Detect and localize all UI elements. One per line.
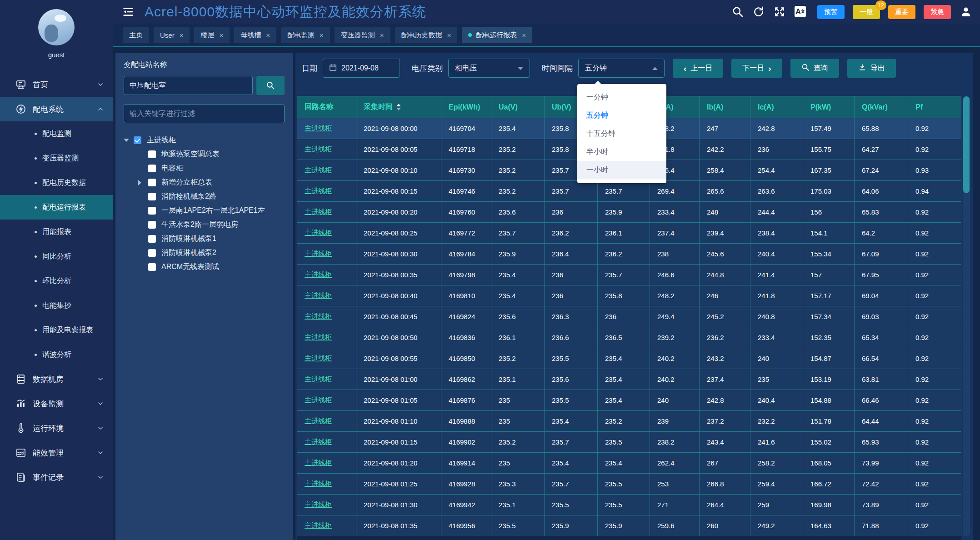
circuit-name-link[interactable]: 主进线柜 [297, 181, 356, 201]
station-search-button[interactable] [256, 76, 285, 95]
tree-checkbox[interactable] [148, 165, 156, 172]
tab-母线槽[interactable]: 母线槽× [234, 27, 276, 43]
sidebar-item[interactable]: 数据机房 [0, 367, 113, 391]
translate-icon[interactable]: A文 [795, 6, 806, 18]
table-scrollbar-thumb[interactable] [963, 96, 970, 193]
fullscreen-icon[interactable] [774, 6, 785, 18]
circuit-name-link[interactable]: 主进线柜 [297, 118, 356, 139]
close-icon[interactable]: × [180, 32, 184, 39]
tree-node[interactable]: 消防喷淋机械泵1 [124, 232, 285, 246]
sidebar-item[interactable]: 首页 [0, 72, 113, 97]
query-button[interactable]: 查询 [790, 59, 839, 78]
tree-node[interactable]: 消防喷淋机械泵2 [124, 246, 285, 260]
circuit-name-link[interactable]: 主进线柜 [297, 202, 356, 222]
tree-checkbox[interactable] [134, 136, 141, 144]
tree-node[interactable]: 电容柜 [124, 161, 285, 175]
date-input[interactable]: 2021-09-08 [323, 59, 400, 78]
collapse-menu-icon[interactable] [122, 5, 135, 18]
dropdown-option[interactable]: 一分钟 [577, 88, 666, 106]
column-header[interactable]: Pf [908, 96, 961, 118]
tree-expander[interactable] [124, 139, 134, 142]
circuit-name-link[interactable]: 主进线柜 [297, 474, 356, 494]
tree-filter-input[interactable] [124, 104, 285, 123]
tree-checkbox[interactable] [148, 179, 156, 186]
circuit-name-link[interactable]: 主进线柜 [297, 348, 356, 369]
circuit-name-link[interactable]: 主进线柜 [297, 390, 356, 410]
circuit-name-link[interactable]: 主进线柜 [297, 369, 356, 390]
avatar[interactable] [38, 9, 75, 45]
tree-node[interactable]: ARCM无线表测试 [124, 260, 285, 274]
sidebar-item[interactable]: 设备监测 [0, 391, 113, 416]
sort-icons[interactable] [396, 104, 401, 110]
tree-node[interactable]: 新增分立柜总表 [124, 175, 285, 190]
tree-checkbox[interactable] [148, 207, 156, 215]
tab-主页[interactable]: 主页 [123, 27, 149, 43]
column-header[interactable]: Ua(V) [491, 96, 545, 118]
tab-User[interactable]: User× [154, 27, 190, 43]
station-name-input[interactable] [124, 76, 253, 95]
close-icon[interactable]: × [447, 32, 451, 39]
close-icon[interactable]: × [320, 32, 324, 39]
circuit-name-link[interactable]: 主进线柜 [297, 244, 356, 264]
circuit-name-link[interactable]: 主进线柜 [297, 411, 356, 431]
tree-checkbox[interactable] [148, 221, 156, 229]
sidebar-subitem[interactable]: 用能及电费报表 [0, 318, 113, 342]
circuit-name-link[interactable]: 主进线柜 [297, 495, 356, 515]
tree-checkbox[interactable] [148, 150, 156, 158]
tab-楼层[interactable]: 楼层× [194, 27, 230, 43]
circuit-name-link[interactable]: 主进线柜 [297, 327, 356, 348]
search-icon[interactable] [732, 6, 744, 18]
circuit-name-link[interactable]: 主进线柜 [297, 515, 356, 536]
refresh-icon[interactable] [753, 6, 765, 18]
column-header[interactable]: Q(kVar) [855, 96, 908, 118]
alarm-button-重要[interactable]: 重要 [888, 5, 915, 19]
tree-node-root[interactable]: 主进线柜 [124, 133, 285, 147]
close-icon[interactable]: × [219, 32, 223, 39]
circuit-name-link[interactable]: 主进线柜 [297, 223, 356, 243]
tab-配电历史数据[interactable]: 配电历史数据× [395, 27, 458, 43]
close-icon[interactable]: × [266, 32, 270, 39]
table-scrollbar[interactable] [963, 96, 970, 536]
circuit-name-link[interactable]: 主进线柜 [297, 432, 356, 452]
alarm-button-一般[interactable]: 一般12 [853, 5, 880, 19]
column-header[interactable]: Ic(A) [750, 96, 803, 118]
sidebar-subitem[interactable]: 配电运行报表 [0, 195, 113, 220]
column-header[interactable]: Epi(kWh) [441, 96, 491, 118]
tree-expander[interactable] [138, 180, 148, 185]
sidebar-subitem[interactable]: 电能集抄 [0, 293, 113, 318]
next-day-button[interactable]: 下一日 › [731, 59, 782, 78]
tree-node[interactable]: 生活水泵2路一层弱电房 [124, 218, 285, 232]
sidebar-item[interactable]: 能效管理 [0, 440, 113, 465]
dropdown-option[interactable]: 半小时 [577, 143, 666, 161]
tree-checkbox[interactable] [148, 235, 156, 243]
circuit-name-link[interactable]: 主进线柜 [297, 285, 356, 306]
sidebar-subitem[interactable]: 环比分析 [0, 269, 113, 293]
prev-day-button[interactable]: ‹ 上一日 [673, 59, 723, 78]
tree-node[interactable]: 地源热泵空调总表 [124, 147, 285, 161]
circuit-name-link[interactable]: 主进线柜 [297, 160, 356, 180]
tree-node[interactable]: 消防栓机械泵2路 [124, 190, 285, 204]
tab-配电监测[interactable]: 配电监测× [281, 27, 330, 43]
column-header[interactable]: 回路名称 [297, 96, 356, 118]
circuit-name-link[interactable]: 主进线柜 [297, 139, 356, 160]
sidebar-subitem[interactable]: 配电监测 [0, 121, 113, 146]
sidebar-item[interactable]: 运行环境 [0, 416, 113, 440]
tree-checkbox[interactable] [148, 263, 156, 271]
close-icon[interactable]: × [522, 32, 526, 39]
sidebar-subitem[interactable]: 谐波分析 [0, 342, 113, 367]
tree-node[interactable]: 一层南1APE2右一层北1APE1左 [124, 204, 285, 218]
close-icon[interactable]: × [380, 32, 384, 39]
dropdown-option[interactable]: 十五分钟 [577, 125, 666, 143]
dropdown-option[interactable]: 五分钟 [577, 106, 666, 125]
sidebar-subitem[interactable]: 配电历史数据 [0, 170, 113, 195]
sidebar-item[interactable]: 配电系统 [0, 97, 113, 121]
voltage-type-select[interactable]: 相电压 [448, 59, 530, 78]
sidebar-item[interactable]: 事件记录 [0, 465, 113, 490]
column-header[interactable]: P(kW) [803, 96, 855, 118]
dropdown-option[interactable]: 一小时 [577, 161, 666, 179]
tab-配电运行报表[interactable]: 配电运行报表× [462, 27, 532, 43]
sidebar-subitem[interactable]: 用能报表 [0, 220, 113, 244]
tab-变压器监测[interactable]: 变压器监测× [335, 27, 390, 43]
user-icon[interactable] [960, 6, 972, 18]
tree-checkbox[interactable] [148, 193, 156, 200]
